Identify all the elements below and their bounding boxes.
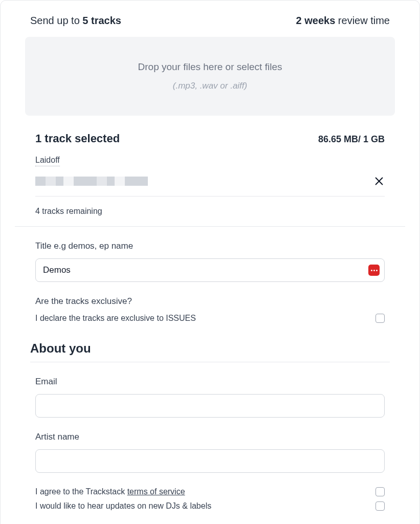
terms-link[interactable]: terms of service bbox=[127, 487, 185, 496]
terms-prefix: I agree to the Trackstack bbox=[35, 487, 127, 496]
updates-text: I would like to hear updates on new DJs … bbox=[35, 501, 211, 511]
close-icon[interactable] bbox=[373, 176, 385, 187]
send-limit-text: Send up to 5 tracks bbox=[30, 15, 121, 27]
track-row bbox=[35, 176, 385, 196]
file-dropzone[interactable]: Drop your files here or select files (.m… bbox=[25, 37, 395, 116]
selected-size: 86.65 MB/ 1 GB bbox=[318, 134, 385, 145]
dropzone-formats: (.mp3, .wav or .aiff) bbox=[35, 81, 385, 91]
email-label: Email bbox=[35, 377, 385, 387]
track-name[interactable]: Laidoff bbox=[35, 156, 60, 166]
exclusive-checkbox[interactable] bbox=[375, 314, 385, 323]
title-label: Title e.g demos, ep name bbox=[35, 241, 385, 251]
send-prefix: Send up to bbox=[30, 15, 82, 26]
terms-checkbox[interactable] bbox=[375, 487, 385, 496]
selection-summary: 1 track selected 86.65 MB/ 1 GB bbox=[30, 132, 390, 145]
extension-badge-icon[interactable] bbox=[368, 265, 380, 276]
artist-name-input[interactable] bbox=[35, 449, 385, 473]
review-time-strong: 2 weeks bbox=[296, 15, 336, 26]
header-row: Send up to 5 tracks 2 weeks review time bbox=[30, 15, 390, 27]
track-waveform-redacted bbox=[35, 177, 148, 186]
max-tracks: 5 tracks bbox=[82, 15, 121, 26]
exclusive-label: Are the tracks exclusive? bbox=[35, 296, 385, 307]
updates-checkbox[interactable] bbox=[375, 501, 385, 511]
review-time-text: 2 weeks review time bbox=[296, 15, 390, 27]
about-heading: About you bbox=[30, 323, 390, 362]
artist-name-label: Artist name bbox=[35, 432, 385, 442]
terms-text: I agree to the Trackstack terms of servi… bbox=[35, 487, 185, 496]
review-time-rest: review time bbox=[335, 15, 390, 26]
selected-count: 1 track selected bbox=[35, 132, 120, 145]
exclusive-checkbox-text: I declare the tracks are exclusive to IS… bbox=[35, 314, 196, 323]
email-input[interactable] bbox=[35, 394, 385, 418]
dropzone-text: Drop your files here or select files bbox=[35, 61, 385, 73]
title-input[interactable] bbox=[35, 258, 385, 282]
tracks-remaining: 4 tracks remaining bbox=[30, 196, 390, 226]
